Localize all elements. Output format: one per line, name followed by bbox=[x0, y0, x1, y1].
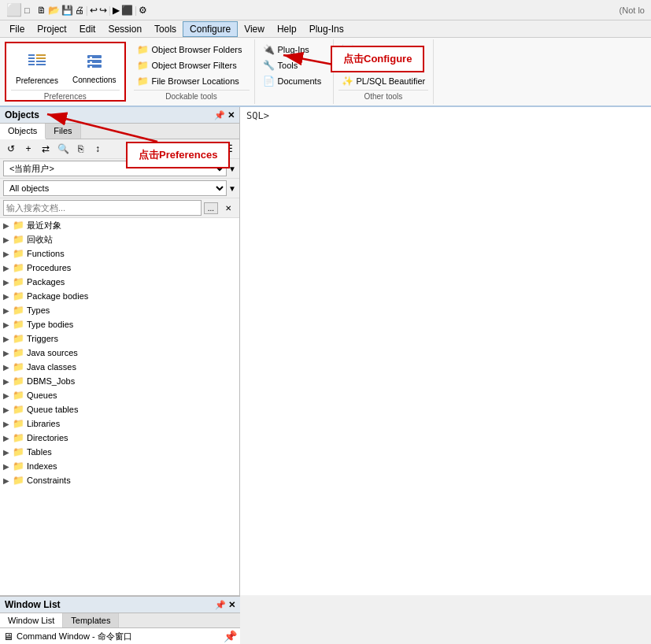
tree-item-tables[interactable]: ▶ 📁 Tables bbox=[0, 445, 239, 459]
open-icon[interactable]: 📂 bbox=[48, 5, 60, 16]
folder-icon: 📁 bbox=[13, 220, 24, 231]
tree-item-triggers[interactable]: ▶ 📁 Triggers bbox=[0, 331, 239, 346]
tab-files[interactable]: Files bbox=[46, 124, 80, 139]
extra-icon[interactable]: ⚙ bbox=[139, 5, 147, 16]
tree-label: Type bodies bbox=[27, 320, 73, 329]
connections-icon bbox=[82, 50, 107, 76]
tree-label: Types bbox=[27, 305, 50, 315]
tree-item-functions[interactable]: ▶ 📁 Functions bbox=[0, 246, 239, 261]
print-icon[interactable]: 🖨 bbox=[75, 5, 84, 16]
search-button[interactable]: ... bbox=[204, 202, 218, 214]
pin-icon-wl[interactable]: 📌 bbox=[215, 600, 226, 610]
filter-btn[interactable]: 🔍 bbox=[55, 141, 71, 157]
folder-icon: 📁 bbox=[13, 404, 24, 415]
menu-project[interactable]: Project bbox=[31, 22, 72, 36]
tree-label: Libraries bbox=[27, 419, 60, 428]
tab-objects[interactable]: Objects bbox=[0, 124, 46, 139]
plug-ins-btn[interactable]: 🔌 Plug-Ins bbox=[260, 43, 328, 57]
folder-icon-2: 📁 bbox=[137, 60, 149, 71]
tab-templates[interactable]: Templates bbox=[63, 613, 119, 627]
tree-arrow: ▶ bbox=[3, 363, 13, 372]
plsql-beautifier-btn[interactable]: ✨ PL/SQL Beautifier bbox=[338, 74, 429, 88]
tree-arrow: ▶ bbox=[3, 349, 13, 357]
command-window-label: Command Window - 命令窗口 bbox=[17, 631, 132, 642]
tree-item-package-bodies[interactable]: ▶ 📁 Package bodies bbox=[0, 289, 239, 303]
undo-icon[interactable]: ↩ bbox=[90, 5, 98, 16]
tree-item-libraries[interactable]: ▶ 📁 Libraries bbox=[0, 416, 239, 431]
title-bar-right: (Not lo bbox=[620, 6, 645, 15]
add-btn[interactable]: + bbox=[20, 141, 36, 157]
tab-window-list[interactable]: Window List bbox=[0, 613, 63, 627]
menu-configure[interactable]: Configure bbox=[183, 21, 238, 37]
tree-item-queue-tables[interactable]: ▶ 📁 Queue tables bbox=[0, 402, 239, 416]
tree-arrow: ▶ bbox=[3, 250, 13, 258]
menu-session[interactable]: Session bbox=[102, 22, 148, 36]
menu-edit[interactable]: Edit bbox=[73, 22, 102, 36]
documents-btn[interactable]: 📄 Documents bbox=[260, 74, 328, 88]
obj-browser-filters-label: Object Browser Filters bbox=[152, 61, 237, 70]
tree-item-constraints[interactable]: ▶ 📁 Constraints bbox=[0, 473, 239, 487]
tree-item-directories[interactable]: ▶ 📁 Directories bbox=[0, 431, 239, 445]
tree-arrow: ▶ bbox=[3, 405, 13, 414]
clear-search-btn[interactable]: ✕ bbox=[220, 200, 236, 216]
pin-item-icon: 📌 bbox=[224, 630, 237, 642]
folder-icon: 📁 bbox=[13, 234, 24, 245]
tree-arrow: ▶ bbox=[3, 278, 13, 287]
tree-item-procedures[interactable]: ▶ 📁 Procedures bbox=[0, 261, 239, 275]
file-browser-locations-btn[interactable]: 📁 File Browser Locations bbox=[134, 74, 250, 88]
connections-label: Connections bbox=[72, 76, 117, 84]
menu-tools[interactable]: Tools bbox=[148, 22, 183, 36]
tree-item-types[interactable]: ▶ 📁 Types bbox=[0, 303, 239, 317]
compare-btn[interactable]: ⇄ bbox=[38, 141, 54, 157]
obj-browser-folders-label: Object Browser Folders bbox=[152, 45, 242, 54]
preferences-large-icon bbox=[24, 49, 50, 74]
other-tools-label: Other tools bbox=[338, 90, 429, 101]
folder-icon: 📁 bbox=[13, 432, 24, 443]
save-icon[interactable]: 💾 bbox=[61, 5, 73, 16]
command-window-item[interactable]: 🖥 Command Window - 命令窗口 📌 bbox=[3, 630, 237, 642]
debug-icon[interactable]: ⬛ bbox=[121, 5, 133, 16]
tree-item-type-bodies[interactable]: ▶ 📁 Type bodies bbox=[0, 317, 239, 331]
panel-header-icons: 📌 ✕ bbox=[214, 110, 235, 120]
tree-item-indexes[interactable]: ▶ 📁 Indexes bbox=[0, 459, 239, 473]
tree-item-recent[interactable]: ▶ 📁 最近对象 bbox=[0, 218, 239, 232]
tree-label: Triggers bbox=[27, 334, 58, 343]
tree-label: Constraints bbox=[27, 476, 71, 485]
tree-item-packages[interactable]: ▶ 📁 Packages bbox=[0, 275, 239, 289]
svg-rect-10 bbox=[87, 65, 102, 68]
pin-icon[interactable]: 📌 bbox=[214, 110, 225, 120]
svg-rect-8 bbox=[87, 55, 102, 58]
tree-item-java-sources[interactable]: ▶ 📁 Java sources bbox=[0, 346, 239, 360]
search-input[interactable] bbox=[3, 200, 202, 216]
menu-plugins[interactable]: Plug-Ins bbox=[303, 22, 350, 36]
search-row: ... ✕ bbox=[0, 198, 239, 218]
new-icon[interactable]: 🗎 bbox=[37, 5, 46, 16]
menu-file[interactable]: File bbox=[3, 22, 31, 36]
copy-btn[interactable]: ⎘ bbox=[72, 141, 88, 157]
tree-item-recycle[interactable]: ▶ 📁 回收站 bbox=[0, 232, 239, 246]
folder-icon: 📁 bbox=[13, 446, 24, 457]
objects-type-dropdown[interactable]: All objects bbox=[3, 180, 227, 196]
tree-label: 回收站 bbox=[27, 234, 53, 246]
menu-view[interactable]: View bbox=[238, 22, 271, 36]
obj-browser-folders-btn[interactable]: 📁 Object Browser Folders bbox=[134, 43, 250, 57]
folder-icon: 📁 bbox=[13, 347, 24, 358]
redo-icon[interactable]: ↪ bbox=[99, 5, 107, 16]
close-panel-icon[interactable]: ✕ bbox=[227, 110, 235, 120]
tree-item-java-classes[interactable]: ▶ 📁 Java classes bbox=[0, 360, 239, 374]
tools-btn[interactable]: 🔧 Tools bbox=[260, 58, 328, 72]
tree-item-queues[interactable]: ▶ 📁 Queues bbox=[0, 388, 239, 402]
connections-button[interactable]: Connections bbox=[69, 47, 120, 87]
folder-icon: 📁 bbox=[13, 305, 24, 316]
obj-browser-filters-btn[interactable]: 📁 Object Browser Filters bbox=[134, 58, 250, 72]
preferences-button[interactable]: Preferences bbox=[11, 46, 63, 88]
run-icon[interactable]: ▶ bbox=[113, 5, 120, 16]
move-btn[interactable]: ↕ bbox=[90, 141, 105, 157]
menu-help[interactable]: Help bbox=[271, 22, 303, 36]
tree-item-dbms-jobs[interactable]: ▶ 📁 DBMS_Jobs bbox=[0, 374, 239, 388]
close-wl-icon[interactable]: ✕ bbox=[228, 600, 235, 610]
tree-arrow: ▶ bbox=[3, 221, 13, 230]
svg-rect-11 bbox=[90, 57, 92, 58]
refresh-btn[interactable]: ↺ bbox=[3, 141, 19, 157]
tree-arrow: ▶ bbox=[3, 420, 13, 428]
